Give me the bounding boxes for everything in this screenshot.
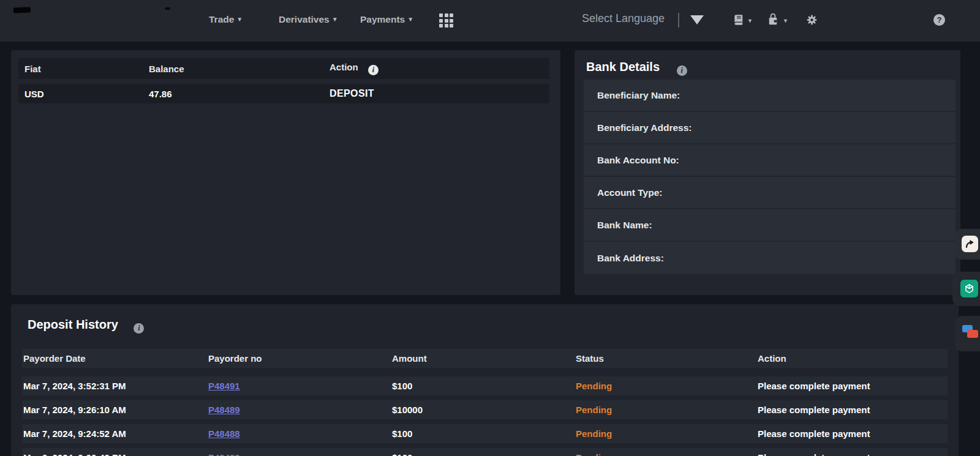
action-text: Please complete payment <box>758 405 948 415</box>
deposit-history-title: Deposit History i <box>28 318 144 334</box>
apps-grid-icon[interactable] <box>439 13 454 28</box>
info-icon[interactable]: i <box>368 65 379 75</box>
table-row: Mar 7, 2024, 3:52:31 PM P48491 $100 Pend… <box>22 376 948 395</box>
share-extension-tab <box>954 229 980 260</box>
deposit-button[interactable]: DEPOSIT <box>330 88 374 99</box>
currency-code: USD <box>24 89 149 99</box>
bank-detail-label: Beneficiary Address: <box>597 122 692 133</box>
col-payorder-no: Payorder no <box>208 353 392 364</box>
status-badge: Pending <box>576 428 758 439</box>
nav-payments-label: Payments <box>360 14 405 24</box>
wallet-lock-icon[interactable] <box>767 12 779 29</box>
nav-derivatives-menu[interactable]: Derivatives▼ <box>279 14 338 25</box>
col-payorder-date: Payorder Date <box>23 353 208 364</box>
col-action-label: Action <box>330 62 358 72</box>
balance-value: 47.86 <box>149 89 330 99</box>
payorder-date: Mar 7, 2024, 3:52:31 PM <box>23 381 208 391</box>
bank-detail-label: Bank Name: <box>597 220 652 231</box>
chat-bubbles-icon[interactable] <box>962 324 980 342</box>
bank-details-title: Bank Details i <box>586 60 687 76</box>
chevron-down-icon: ▼ <box>332 16 338 23</box>
col-status: Status <box>576 353 758 364</box>
col-balance: Balance <box>149 64 330 74</box>
chatgpt-icon[interactable] <box>960 280 978 297</box>
status-badge: Pending <box>576 381 758 391</box>
col-action: Action i <box>330 62 549 75</box>
orders-book-icon[interactable] <box>733 13 745 29</box>
status-badge: Pending <box>576 452 758 456</box>
col-fiat: Fiat <box>24 64 149 74</box>
action-text: Please complete payment <box>758 428 948 439</box>
bank-detail-label: Bank Account No: <box>597 155 679 166</box>
chevron-down-icon: ▼ <box>407 16 413 23</box>
deposit-history-panel: Deposit History i Payorder Date Payorder… <box>11 304 959 456</box>
nav-derivatives-label: Derivatives <box>279 14 330 24</box>
bank-detail-row: Beneficiary Name: <box>584 80 956 112</box>
bank-detail-label: Beneficiary Name: <box>597 90 680 101</box>
chevron-down-icon: ▼ <box>236 16 243 23</box>
payorder-link[interactable]: P48491 <box>208 381 240 391</box>
info-icon[interactable]: i <box>677 65 687 76</box>
translate-dropdown-icon[interactable] <box>690 15 704 24</box>
payorder-link[interactable]: P48488 <box>208 428 240 439</box>
nav-trade-label: Trade <box>209 14 234 24</box>
payorder-date: Mar 6, 2024, 9:00:49 PM <box>23 452 208 456</box>
bank-detail-row: Bank Address: <box>584 242 956 274</box>
bank-detail-row: Bank Name: <box>584 209 956 242</box>
select-language-button[interactable]: Select Language <box>582 12 665 25</box>
bank-details-title-text: Bank Details <box>586 60 660 73</box>
table-row: Mar 7, 2024, 9:24:52 AM P48488 $100 Pend… <box>22 424 948 443</box>
table-row: Mar 6, 2024, 9:00:49 PM P48486 $100 Pend… <box>22 448 948 456</box>
deposit-history-title-text: Deposit History <box>28 318 118 331</box>
chevron-down-icon: ▼ <box>783 18 788 24</box>
share-arrow-icon[interactable] <box>962 236 978 252</box>
help-icon[interactable]: ? <box>933 14 945 26</box>
logo-mark <box>165 7 170 10</box>
settings-gear-icon[interactable] <box>806 14 818 28</box>
divider <box>678 13 679 28</box>
payorder-link[interactable]: P48489 <box>208 405 240 415</box>
red-bubble <box>967 330 978 338</box>
chat-extension-tab <box>955 316 980 351</box>
col-action: Action <box>758 353 948 364</box>
fiat-table-header: Fiat Balance Action i <box>18 58 549 79</box>
bank-detail-row: Beneficiary Address: <box>584 112 956 144</box>
col-amount: Amount <box>392 353 576 364</box>
amount-value: $10000 <box>392 405 576 415</box>
fiat-balance-panel: Fiat Balance Action i USD 47.86 DEPOSIT <box>11 50 560 295</box>
amount-value: $100 <box>392 381 576 391</box>
bank-details-list: Beneficiary Name: Beneficiary Address: B… <box>584 80 956 274</box>
action-text: Please complete payment <box>758 381 948 391</box>
nav-trade-menu[interactable]: Trade▼ <box>209 14 243 25</box>
fiat-row: USD 47.86 DEPOSIT <box>18 84 549 103</box>
status-badge: Pending <box>576 405 758 415</box>
nav-payments-menu[interactable]: Payments▼ <box>360 14 413 25</box>
action-text: Please complete payment <box>758 452 948 456</box>
chevron-down-icon: ▼ <box>747 18 753 24</box>
table-row: Mar 7, 2024, 9:26:10 AM P48489 $10000 Pe… <box>22 400 948 419</box>
info-icon[interactable]: i <box>134 323 144 334</box>
chatgpt-extension-tab <box>952 272 980 306</box>
bank-detail-label: Bank Address: <box>597 253 664 264</box>
top-nav: Trade▼ Derivatives▼ Payments▼ Select Lan… <box>0 0 980 42</box>
payorder-date: Mar 7, 2024, 9:26:10 AM <box>23 405 208 415</box>
bank-details-panel: Bank Details i Beneficiary Name: Benefic… <box>575 50 960 295</box>
bank-detail-label: Account Type: <box>597 187 663 198</box>
logo[interactable] <box>13 7 31 13</box>
amount-value: $100 <box>392 428 576 439</box>
amount-value: $100 <box>392 452 576 456</box>
bank-detail-row: Account Type: <box>584 177 956 209</box>
payorder-link[interactable]: P48486 <box>208 452 240 456</box>
deposit-table-header: Payorder Date Payorder no Amount Status … <box>22 349 948 368</box>
bank-detail-row: Bank Account No: <box>584 144 956 177</box>
payorder-date: Mar 7, 2024, 9:24:52 AM <box>23 428 208 439</box>
deposit-table-body: Mar 7, 2024, 3:52:31 PM P48491 $100 Pend… <box>22 376 948 456</box>
